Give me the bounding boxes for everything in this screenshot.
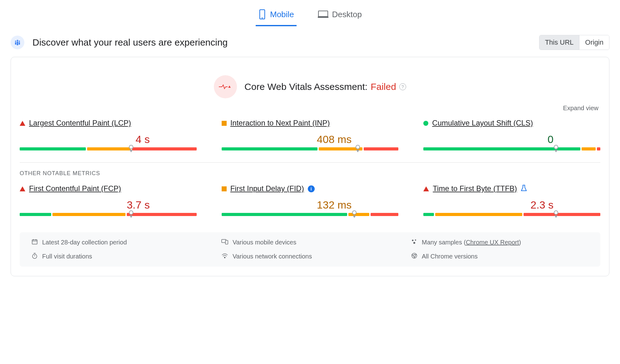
assessment-status: Failed <box>371 81 396 92</box>
svg-rect-3 <box>318 17 328 18</box>
bar-segment-a <box>348 213 369 216</box>
assessment-label: Core Web Vitals Assessment: <box>244 81 367 92</box>
bar-segment-g <box>20 213 51 216</box>
distribution-bar <box>20 147 197 150</box>
triangle-icon <box>20 186 25 191</box>
tab-desktop[interactable]: Desktop <box>315 6 364 26</box>
other-metrics-heading: OTHER NOTABLE METRICS <box>20 170 600 177</box>
distribution-bar <box>222 213 399 216</box>
expand-view-link[interactable]: Expand view <box>20 103 600 119</box>
metric-title: First Input Delay (FID)i <box>222 184 399 193</box>
other-metric: First Contentful Paint (FCP)3.7 s <box>20 184 197 216</box>
bar-pointer <box>129 210 133 215</box>
svg-point-4 <box>15 41 16 42</box>
bar-pointer <box>352 210 357 215</box>
device-tabs: Mobile Desktop <box>0 0 620 26</box>
core-metric: Cumulative Layout Shift (CLS)0 <box>423 119 600 150</box>
svg-marker-10 <box>228 86 231 88</box>
svg-point-6 <box>17 40 18 42</box>
stopwatch-icon <box>32 253 38 260</box>
wifi-icon <box>221 253 228 260</box>
footer-durations: Full visit durations <box>32 253 209 260</box>
metric-title: Largest Contentful Paint (LCP) <box>20 119 197 128</box>
tab-mobile-label: Mobile <box>270 10 294 19</box>
bar-segment-r <box>524 213 600 216</box>
triangle-icon <box>20 121 25 126</box>
bar-segment-g <box>20 147 86 150</box>
scope-toggle: This URL Origin <box>539 35 609 50</box>
metric-name-link[interactable]: Largest Contentful Paint (LCP) <box>29 119 131 128</box>
square-icon <box>222 121 227 126</box>
metric-value: 4 s <box>20 133 197 145</box>
core-metrics-grid: Largest Contentful Paint (LCP)4 sInterac… <box>20 119 600 159</box>
metric-title: Cumulative Layout Shift (CLS) <box>423 119 600 128</box>
bar-segment-a <box>582 147 596 150</box>
metric-name-link[interactable]: First Input Delay (FID) <box>230 184 304 193</box>
bar-segment-g <box>222 213 347 216</box>
metric-value: 2.3 s <box>423 199 600 211</box>
section-title: Discover what your real users are experi… <box>32 37 539 48</box>
metric-value: 408 ms <box>222 133 399 145</box>
bar-segment-r <box>364 147 399 150</box>
svg-rect-8 <box>19 42 20 45</box>
vitals-card: Core Web Vitals Assessment: Failed ? Exp… <box>11 57 609 276</box>
bar-pointer <box>356 145 360 149</box>
info-icon[interactable]: i <box>308 185 315 192</box>
bar-pointer <box>554 210 558 215</box>
footer-period: Latest 28-day collection period <box>32 239 209 246</box>
circle-icon <box>423 121 428 126</box>
svg-point-20 <box>413 242 415 244</box>
other-metric: First Input Delay (FID)i132 ms <box>222 184 399 216</box>
devices-icon <box>221 239 228 246</box>
other-metric: Time to First Byte (TTFB)2.3 s <box>423 184 600 216</box>
toggle-origin[interactable]: Origin <box>579 35 609 50</box>
other-metrics-grid: First Contentful Paint (FCP)3.7 sFirst I… <box>20 184 600 225</box>
section-header: Discover what your real users are experi… <box>0 26 620 57</box>
bar-segment-a <box>87 147 131 150</box>
bar-segment-g <box>423 213 434 216</box>
distribution-bar <box>20 213 197 216</box>
assessment-row: Core Web Vitals Assessment: Failed ? <box>20 66 600 103</box>
triangle-icon <box>423 186 429 191</box>
metric-title: Interaction to Next Paint (INP) <box>222 119 399 128</box>
svg-rect-2 <box>318 11 328 17</box>
footer-network: Various network connections <box>221 253 399 260</box>
footer-versions: All Chrome versions <box>411 253 588 260</box>
metric-title: First Contentful Paint (FCP) <box>20 184 197 193</box>
core-metric: Largest Contentful Paint (LCP)4 s <box>20 119 197 150</box>
data-source-footer: Latest 28-day collection period Various … <box>20 232 600 267</box>
toggle-this-url[interactable]: This URL <box>539 35 579 50</box>
tab-desktop-label: Desktop <box>332 10 362 19</box>
bar-segment-a <box>435 213 522 216</box>
bar-segment-r <box>132 147 197 150</box>
svg-rect-12 <box>32 240 37 244</box>
pulse-icon <box>214 75 237 98</box>
mobile-icon <box>258 9 266 19</box>
footer-samples: Many samples (Chrome UX Report) <box>411 239 588 246</box>
bar-segment-g <box>222 147 317 150</box>
bar-segment-r <box>371 213 398 216</box>
bar-pointer <box>554 145 558 149</box>
bar-pointer <box>129 145 133 149</box>
chrome-icon <box>411 253 417 260</box>
svg-rect-17 <box>225 240 228 244</box>
crux-report-link[interactable]: Chrome UX Report <box>466 239 519 246</box>
users-icon <box>11 36 24 49</box>
separator <box>20 162 600 163</box>
bar-segment-r <box>127 213 196 216</box>
metric-name-link[interactable]: First Contentful Paint (FCP) <box>29 184 121 193</box>
footer-devices: Various mobile devices <box>221 239 399 246</box>
square-icon <box>222 186 227 191</box>
bar-segment-r <box>597 147 600 150</box>
distribution-bar <box>423 147 600 150</box>
metric-name-link[interactable]: Time to First Byte (TTFB) <box>433 184 517 193</box>
help-icon[interactable]: ? <box>399 83 406 90</box>
metric-value: 3.7 s <box>20 199 197 211</box>
distribution-bar <box>423 213 600 216</box>
svg-rect-9 <box>17 42 18 45</box>
metric-name-link[interactable]: Interaction to Next Paint (INP) <box>230 119 330 128</box>
tab-mobile[interactable]: Mobile <box>256 6 297 26</box>
metric-name-link[interactable]: Cumulative Layout Shift (CLS) <box>432 119 533 128</box>
flask-icon[interactable] <box>521 184 527 193</box>
scatter-icon <box>411 239 417 246</box>
